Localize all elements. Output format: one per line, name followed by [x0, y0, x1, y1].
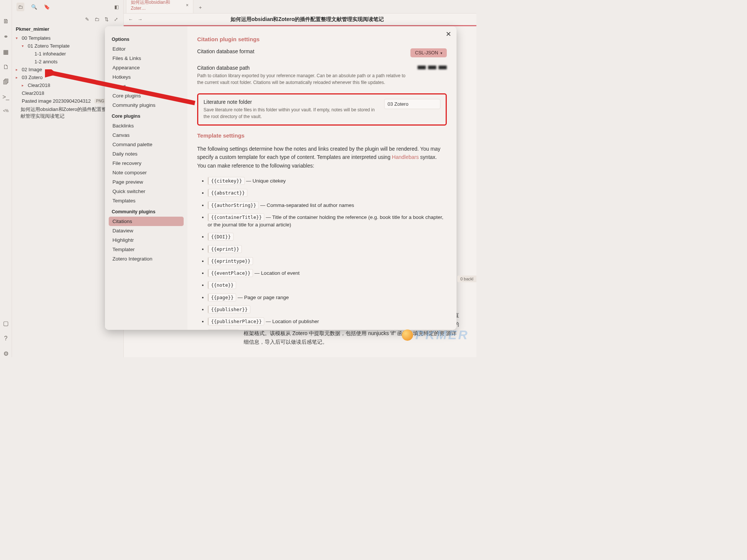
variable-code: {{note}}	[208, 281, 236, 289]
settings-nav-item[interactable]: File recovery	[109, 159, 184, 168]
settings-nav-item[interactable]: Templater	[109, 245, 184, 254]
template-settings-heading: Template settings	[197, 132, 447, 139]
settings-nav-item[interactable]: Templates	[109, 196, 184, 205]
setting-db-format: Citation database format CSL-JSON ▾	[197, 48, 447, 57]
variable-code: {{publisherPlace}}	[208, 317, 264, 325]
db-format-select[interactable]: CSL-JSON ▾	[410, 48, 447, 57]
citation-settings-heading: Citation plugin settings	[197, 36, 447, 42]
db-path-value-redacted	[418, 65, 447, 69]
handlebars-link[interactable]: Handlebars	[392, 154, 419, 160]
close-modal-icon[interactable]: ✕	[446, 30, 451, 38]
template-variable: {{containerTitle}} — Title of the contai…	[208, 211, 447, 231]
variable-code: {{title}}	[208, 329, 239, 330]
variable-desc: — Location of publisher	[264, 319, 319, 324]
template-variable: {{title}}	[208, 328, 447, 330]
settings-nav-item[interactable]: Hotkeys	[109, 72, 184, 82]
settings-nav-item[interactable]: Community plugins	[109, 100, 184, 110]
settings-nav-item[interactable]: Quick switcher	[109, 187, 184, 196]
settings-nav-item[interactable]: Citations	[109, 217, 184, 226]
db-path-desc: Path to citation library exported by you…	[197, 72, 411, 86]
variable-code: {{DOI}}	[208, 233, 234, 241]
lit-folder-desc: Save literature note files in this folde…	[204, 106, 377, 120]
variable-desc: — Unique citekey	[245, 178, 286, 184]
template-variable: {{note}}	[208, 279, 447, 291]
lit-folder-input[interactable]	[384, 99, 440, 109]
variable-desc: — Comma-separated list of author names	[259, 202, 354, 208]
template-variable: {{eventPlace}} — Location of event	[208, 267, 447, 279]
settings-nav-item[interactable]: Highlightr	[109, 235, 184, 245]
template-variable-list: {{citekey}} — Unique citekey{{abstract}}…	[197, 175, 447, 330]
variable-desc: — Page or page range	[236, 295, 289, 300]
template-desc: The following settings determine how the…	[197, 145, 447, 170]
settings-modal: ✕ Options EditorFiles & LinksAppearanceH…	[105, 26, 457, 330]
template-variable: {{DOI}}	[208, 231, 447, 243]
modal-backdrop: ✕ Options EditorFiles & LinksAppearanceH…	[0, 0, 476, 357]
db-format-value: CSL-JSON	[415, 50, 438, 55]
template-variable: {{publisher}}	[208, 304, 447, 316]
template-variable: {{abstract}}	[208, 187, 447, 199]
db-path-title: Citation database path	[197, 65, 411, 71]
variable-code: {{page}}	[208, 293, 236, 301]
db-format-title: Citation database format	[197, 48, 404, 54]
variable-code: {{eprinttype}}	[208, 257, 253, 265]
settings-content: Citation plugin settings Citation databa…	[187, 26, 457, 330]
nav-heading-core: Core plugins	[109, 110, 184, 121]
variable-code: {{eventPlace}}	[208, 269, 253, 277]
template-variable: {{citekey}} — Unique citekey	[208, 175, 447, 187]
settings-nav-item[interactable]: Page preview	[109, 177, 184, 187]
lit-folder-title: Literature note folder	[204, 99, 377, 105]
settings-nav-item[interactable]: Dataview	[109, 226, 184, 235]
settings-nav-item[interactable]: Backlinks	[109, 121, 184, 130]
settings-nav-item[interactable]: Daily notes	[109, 149, 184, 159]
variable-code: {{containerTitle}}	[208, 213, 264, 221]
settings-nav-item[interactable]: Zotero Integration	[109, 254, 184, 264]
template-variable: {{page}} — Page or page range	[208, 292, 447, 304]
template-variable: {{eprinttype}}	[208, 255, 447, 267]
settings-nav-item[interactable]: Command palette	[109, 140, 184, 149]
template-variable: {{publisherPlace}} — Location of publish…	[208, 316, 447, 328]
variable-code: {{citekey}}	[208, 177, 245, 185]
settings-nav-item[interactable]: Note composer	[109, 168, 184, 177]
variable-code: {{publisher}}	[208, 305, 250, 313]
chevron-down-icon: ▾	[440, 51, 442, 55]
settings-nav-item[interactable]: Canvas	[109, 130, 184, 140]
template-variable: {{eprint}}	[208, 243, 447, 255]
variable-code: {{abstract}}	[208, 189, 247, 197]
settings-nav-item[interactable]: Editor	[109, 44, 184, 54]
setting-db-path: Citation database path Path to citation …	[197, 65, 447, 86]
nav-heading-options: Options	[109, 33, 184, 44]
settings-nav-item[interactable]: Core plugins	[109, 91, 184, 100]
settings-nav-item[interactable]: About	[109, 82, 184, 91]
nav-heading-community: Community plugins	[109, 205, 184, 217]
settings-nav-item[interactable]: Files & Links	[109, 54, 184, 63]
variable-code: {{eprint}}	[208, 245, 242, 253]
variable-desc: — Location of event	[253, 270, 299, 276]
variable-code: {{authorString}}	[208, 201, 259, 209]
setting-lit-folder-highlighted: Literature note folder Save literature n…	[197, 93, 447, 126]
settings-nav-item[interactable]: Appearance	[109, 63, 184, 72]
template-variable: {{authorString}} — Comma-separated list …	[208, 199, 447, 211]
settings-nav: Options EditorFiles & LinksAppearanceHot…	[105, 26, 187, 330]
status-backlinks[interactable]: 0 backl	[457, 276, 476, 282]
